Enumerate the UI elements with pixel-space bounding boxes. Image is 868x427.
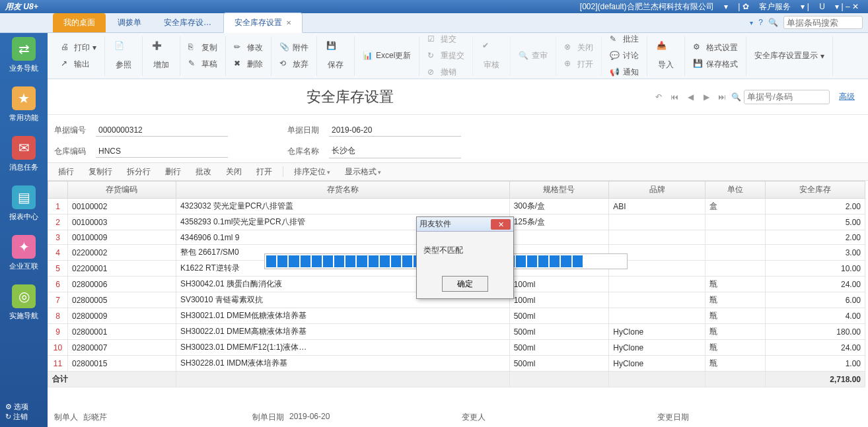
- sidebar-common[interactable]: ★常用功能: [4, 86, 44, 123]
- col-unit[interactable]: 单位: [705, 181, 765, 199]
- note-button[interactable]: ✎批注: [607, 32, 641, 46]
- discuss-icon: 💬: [610, 51, 620, 61]
- tabs-dropdown[interactable]: ▾: [750, 19, 753, 26]
- table-row[interactable]: 902800001SH30022.01 DMEM高糖液体培养基500mlHyCl…: [48, 324, 865, 340]
- copy-icon: ⎘: [188, 42, 199, 53]
- col-qty[interactable]: 安全库存: [766, 181, 865, 199]
- help-icon[interactable]: ?: [758, 18, 763, 27]
- copy-button[interactable]: ⎘复制: [186, 41, 220, 55]
- attach-button[interactable]: 📎附件: [277, 41, 311, 55]
- changer-label: 变更人: [462, 412, 486, 423]
- copy-row-button[interactable]: 复制行: [85, 165, 116, 179]
- edit-button[interactable]: ✏修改: [231, 41, 266, 55]
- bill-search-input[interactable]: [744, 90, 830, 104]
- whname-value[interactable]: 长沙仓: [329, 144, 461, 158]
- company-name[interactable]: [002](default)合肥兰杰柯科技有限公司: [580, 2, 714, 11]
- link-icon: ✦: [12, 235, 36, 259]
- table-row[interactable]: 1001000024323032 荧光定量PCR八排管盖300条/盒ABI盒2.…: [48, 199, 865, 214]
- table-row[interactable]: 802800009SH30021.01 DMEM低糖液体培养基500ml瓶4.0…: [48, 308, 865, 324]
- dialog-ok-button[interactable]: 确定: [442, 276, 488, 292]
- close-icon[interactable]: ✕: [286, 19, 291, 26]
- barcode-search-input[interactable]: [783, 16, 863, 29]
- delete-icon: ✖: [234, 59, 244, 69]
- print-button[interactable]: 🖨打印 ▾: [58, 41, 99, 55]
- delete-button[interactable]: ✖删除: [231, 57, 266, 71]
- table-row[interactable]: 1102800015SH30228.01 IMDM液体培养基500mlHyClo…: [48, 356, 865, 372]
- import-icon: 📥: [657, 41, 675, 59]
- sort-button[interactable]: 排序定位▾: [290, 165, 334, 179]
- submit-button: ☑提交: [425, 32, 459, 46]
- notify-button[interactable]: 📢通知: [607, 65, 641, 79]
- billno-value[interactable]: 0000000312: [96, 124, 228, 137]
- discard-button[interactable]: ⟲放弃: [277, 57, 311, 71]
- print-icon: 🖨: [61, 42, 71, 53]
- open-button: ⊕打开: [561, 57, 596, 71]
- tab-safety1[interactable]: 安全库存设…: [153, 13, 222, 32]
- nav-icon: ⇄: [12, 37, 36, 61]
- message-dialog: 用友软件 ✕ 类型不匹配 确定: [416, 216, 514, 299]
- advanced-link[interactable]: 高级: [839, 91, 855, 102]
- display-format-button[interactable]: 显示格式▾: [341, 165, 385, 179]
- dialog-message: 类型不匹配: [417, 232, 513, 269]
- sidebar-reports[interactable]: ▤报表中心: [4, 185, 44, 222]
- prev-button[interactable]: ◀: [684, 90, 697, 104]
- edit-icon: ✏: [234, 42, 244, 53]
- resubmit-button: ↻重提交: [425, 49, 467, 63]
- savefmt-button[interactable]: 💾保存格式: [690, 57, 741, 71]
- delete-row-button[interactable]: 删行: [161, 165, 185, 179]
- open-row-button[interactable]: 打开: [252, 165, 276, 179]
- col-code[interactable]: 存货编码: [68, 181, 176, 199]
- reference-button[interactable]: 📄参照: [110, 40, 137, 72]
- sidebar-options[interactable]: ⚙ 选项: [5, 402, 28, 412]
- save-button[interactable]: 💾保存: [322, 40, 349, 72]
- report-icon: ▤: [12, 185, 36, 209]
- undo-button[interactable]: ↶: [652, 90, 665, 104]
- col-brand[interactable]: 品牌: [609, 181, 705, 199]
- form-row-2: 仓库编码HNCS 仓库名称长沙仓: [54, 143, 861, 160]
- billdate-label: 单据日期: [287, 125, 324, 136]
- close-button: ⊗关闭: [561, 41, 596, 55]
- output-button[interactable]: ↗输出: [58, 57, 92, 71]
- save-icon: 💾: [326, 41, 345, 59]
- total-qty: 2,718.00: [766, 372, 865, 387]
- makedate-value: 2019-06-20: [289, 412, 330, 423]
- customer-service-link[interactable]: 客户服务: [759, 2, 791, 11]
- search-icon[interactable]: 🔍: [768, 18, 778, 27]
- title-row: 安全库存设置 ↶ ⏮ ◀ ▶ ⏭ 🔍 高级: [48, 79, 868, 115]
- add-button[interactable]: ➕增加: [148, 40, 174, 72]
- first-button[interactable]: ⏮: [668, 90, 681, 104]
- col-spec[interactable]: 规格型号: [509, 181, 609, 199]
- draft-button[interactable]: ✎草稿: [186, 57, 220, 71]
- compass-icon: ◎: [12, 284, 36, 308]
- dialog-title: 用友软件: [419, 218, 491, 230]
- whcode-value[interactable]: HNCS: [96, 145, 228, 158]
- discard-icon: ⟲: [279, 59, 290, 69]
- sidebar-business-nav[interactable]: ⇄业务导航: [4, 37, 44, 73]
- tab-safety2[interactable]: 安全库存设置✕: [223, 13, 303, 33]
- split-row-button[interactable]: 拆分行: [123, 165, 155, 179]
- dialog-close-button[interactable]: ✕: [491, 219, 511, 230]
- excel-button[interactable]: 📊Excel更新: [360, 49, 414, 63]
- sidebar-messages[interactable]: ✉消息任务: [4, 136, 44, 172]
- close-row-button[interactable]: 关闭: [222, 165, 246, 179]
- page-title: 安全库存设置: [48, 87, 652, 107]
- add-icon: ➕: [152, 41, 170, 59]
- discuss-button[interactable]: 💬讨论: [607, 49, 641, 63]
- billdate-value[interactable]: 2019-06-20: [329, 124, 461, 137]
- sidebar-implement[interactable]: ◎实施导航: [4, 284, 44, 321]
- col-name[interactable]: 存货名称: [176, 181, 509, 199]
- batch-button[interactable]: 批改: [192, 165, 215, 179]
- insert-row-button[interactable]: 插行: [54, 165, 78, 179]
- sidebar-logout[interactable]: ↻ 注销: [5, 412, 28, 422]
- tab-transfer[interactable]: 调拨单: [107, 13, 152, 32]
- next-button[interactable]: ▶: [700, 90, 713, 104]
- sidebar-enterprise[interactable]: ✦企业互联: [4, 235, 44, 271]
- last-button[interactable]: ⏭: [715, 90, 729, 104]
- attach-icon: 📎: [279, 42, 290, 53]
- tab-desktop[interactable]: 我的桌面: [53, 13, 106, 32]
- format-button[interactable]: ⚙格式设置: [690, 41, 741, 55]
- showset-button[interactable]: 安全库存设置显示 ▾: [752, 49, 827, 63]
- table-row[interactable]: 1002800007SH30023.01 DMEM/F12(1:1)液体…500…: [48, 340, 865, 356]
- u-menu[interactable]: U: [819, 2, 825, 11]
- import-button[interactable]: 📥导入: [653, 40, 679, 72]
